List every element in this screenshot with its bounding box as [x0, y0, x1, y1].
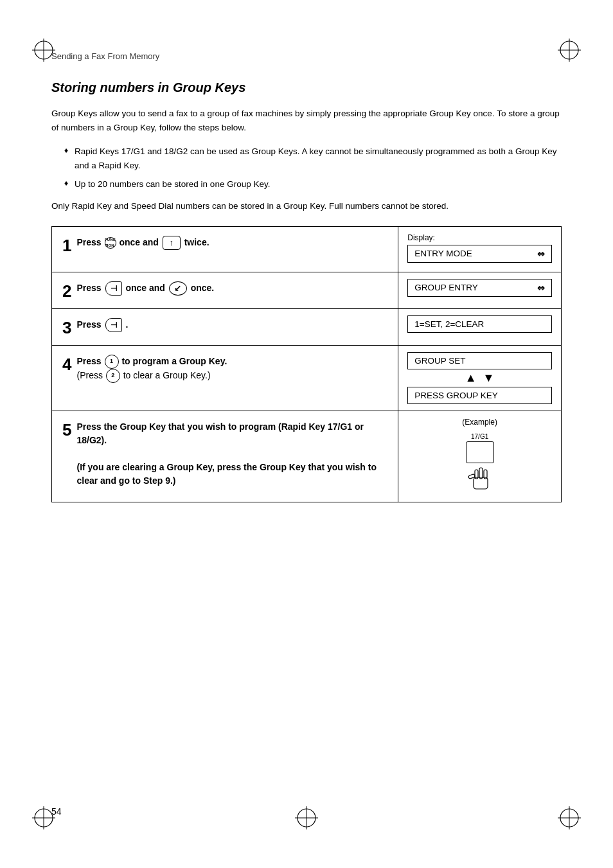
section-title: Storing numbers in Group Keys — [51, 80, 562, 95]
hand-key-wrapper: 17/G1 — [461, 433, 499, 495]
display-box-1: ENTRY MODE ⇔ — [407, 245, 552, 263]
step-5-number: 5 — [62, 421, 71, 438]
display-label-1: Display: — [407, 233, 552, 242]
step-2-content: Press ⊣ once and ↙ once. — [76, 281, 387, 296]
step-4-number: 4 — [62, 356, 71, 373]
arrows-row: ▲ ▼ — [465, 369, 495, 387]
step-1-row: 1 Press FUNCTION once and ↑ twice. Displ… — [52, 226, 562, 272]
display-arrow-2: ⇔ — [537, 283, 545, 293]
step-1-left: 1 Press FUNCTION once and ↑ twice. — [52, 226, 398, 272]
intro-text: Group Keys allow you to send a fax to a … — [51, 107, 562, 134]
step-1-number: 1 — [62, 237, 71, 254]
key-2-icon: 2 — [106, 369, 120, 383]
step-4-row: 4 Press 1 to program a Group Key. (Press… — [52, 345, 562, 411]
up-arrow-key: ↑ — [163, 236, 181, 250]
step-2-left: 2 Press ⊣ once and ↙ once. — [52, 272, 398, 308]
step-3-row: 3 Press ⊣ . 1=SET, 2=CLEAR — [52, 308, 562, 345]
display-box-3: 1=SET, 2=CLEAR — [407, 315, 552, 333]
steps-table: 1 Press FUNCTION once and ↑ twice. Displ… — [51, 226, 562, 502]
group-display: GROUP SET ▲ ▼ PRESS GROUP KEY — [407, 352, 552, 404]
bullet-list: Rapid Keys 17/G1 and 18/G2 can be used a… — [64, 145, 562, 191]
step-3-right: 1=SET, 2=CLEAR — [398, 308, 562, 345]
hand-icon — [461, 463, 499, 495]
step-1-content: Press FUNCTION once and ↑ twice. — [76, 236, 387, 250]
page-number: 54 — [51, 806, 62, 817]
function-key-icon: FUNCTION — [105, 237, 116, 249]
press-key-3-icon: ⊣ — [105, 318, 122, 332]
display-group-set-text: GROUP SET — [414, 356, 465, 366]
step-2-number: 2 — [62, 283, 71, 299]
example-label: (Example) — [407, 418, 552, 427]
twice-text: twice. — [184, 237, 209, 247]
reg-mark-bm — [295, 806, 318, 829]
bullet-item-2: Up to 20 numbers can be stored in one Gr… — [64, 177, 562, 191]
display-press-group-key: PRESS GROUP KEY — [407, 387, 552, 404]
key-label-17g1: 17/G1 — [461, 433, 499, 440]
step-5-row: 5 Press the Group Key that you wish to p… — [52, 411, 562, 502]
reg-mark-tl — [32, 39, 55, 62]
svg-rect-15 — [474, 477, 488, 489]
display-press-group-key-text: PRESS GROUP KEY — [414, 391, 498, 400]
step-3-number: 3 — [62, 319, 71, 336]
down-key-icon: ↙ — [169, 281, 187, 296]
step-5-right: (Example) 17/G1 — [398, 411, 562, 502]
step-4-sub: (Press 2 to clear a Group Key.) — [76, 370, 210, 380]
bullet-item-1: Rapid Keys 17/G1 and 18/G2 can be used a… — [64, 145, 562, 172]
step-5-content: Press the Group Key that you wish to pro… — [76, 420, 387, 488]
note-text: Only Rapid Key and Speed Dial numbers ca… — [51, 199, 562, 213]
step-4-left: 4 Press 1 to program a Group Key. (Press… — [52, 345, 398, 411]
step-3-content: Press ⊣ . — [76, 318, 387, 332]
key-rect — [466, 441, 494, 463]
display-text-3: 1=SET, 2=CLEAR — [414, 319, 484, 329]
right-key-icon: ⊣ — [105, 281, 122, 296]
step-4-content: Press 1 to program a Group Key. (Press 2… — [76, 355, 387, 384]
key-1-icon: 1 — [105, 355, 119, 369]
reg-mark-br — [558, 806, 581, 829]
display-box-2: GROUP ENTRY ⇔ — [407, 279, 552, 297]
step-5-main: Press the Group Key that you wish to pro… — [76, 421, 364, 445]
step-2-right: GROUP ENTRY ⇔ — [398, 272, 562, 308]
breadcrumb: Sending a Fax From Memory — [51, 51, 562, 61]
page: Sending a Fax From Memory Storing number… — [0, 0, 613, 868]
step-2-row: 2 Press ⊣ once and ↙ once. GROUP ENTRY ⇔ — [52, 272, 562, 308]
display-group-set: GROUP SET — [407, 352, 552, 369]
display-text-2: GROUP ENTRY — [414, 283, 478, 292]
step-5-left: 5 Press the Group Key that you wish to p… — [52, 411, 398, 502]
step-1-right: Display: ENTRY MODE ⇔ — [398, 226, 562, 272]
display-text-1: ENTRY MODE — [414, 249, 472, 258]
example-area: (Example) 17/G1 — [407, 418, 552, 495]
step-3-left: 3 Press ⊣ . — [52, 308, 398, 345]
step-5-sub: (If you are clearing a Group Key, press … — [76, 462, 377, 486]
reg-mark-tr — [558, 39, 581, 62]
step-4-right: GROUP SET ▲ ▼ PRESS GROUP KEY — [398, 345, 562, 411]
once-and-text: once and — [119, 237, 161, 247]
display-arrow-1: ⇔ — [537, 249, 545, 259]
